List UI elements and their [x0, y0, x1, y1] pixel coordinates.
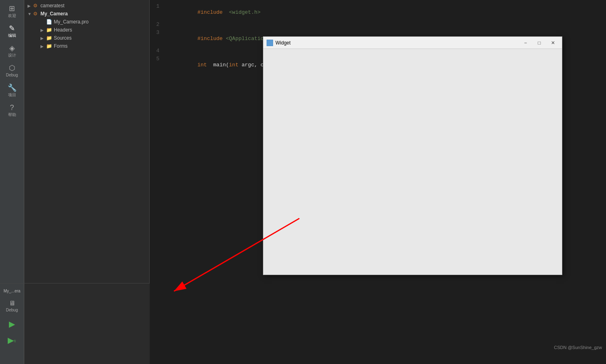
- sidebar-item-design[interactable]: ◈ 设计: [0, 41, 24, 61]
- sidebar-item-welcome[interactable]: ⊞ 欢迎: [0, 2, 24, 21]
- sidebar-label-help: 帮助: [8, 112, 16, 117]
- main-layout: ⊞ 欢迎 ✎ 编辑 ◈ 设计 ⬡ Debug 🔧 项目: [0, 0, 606, 364]
- headers-icon: 📁: [46, 27, 52, 33]
- tree-top-section: ⊞ 欢迎 ✎ 编辑 ◈ 设计 ⬡ Debug 🔧 项目: [0, 0, 150, 283]
- widget-titlebar: Widget − □ ✕: [263, 37, 562, 49]
- tree-item-cameratest[interactable]: ▶ ⚙ cameratest: [24, 2, 149, 10]
- debug-icon: ⬡: [9, 64, 15, 72]
- cameratest-label: cameratest: [40, 3, 64, 8]
- run-debug-sub: ╗: [14, 339, 16, 342]
- run-button[interactable]: ▶: [5, 317, 19, 331]
- minimize-button[interactable]: −: [520, 39, 531, 47]
- help-icon: ?: [10, 104, 14, 111]
- file-tree-panel: ▶ ⚙ cameratest ▼ ⚙ My_Camera 📄 My_: [24, 0, 150, 283]
- chevron-forms: ▶: [40, 44, 44, 49]
- line-num-5: 5: [150, 56, 166, 62]
- forms-label: Forms: [54, 43, 68, 49]
- tree-item-headers[interactable]: ▶ 📁 Headers: [24, 26, 149, 34]
- left-panel: ⊞ 欢迎 ✎ 编辑 ◈ 设计 ⬡ Debug 🔧 项目: [0, 0, 150, 364]
- tree-item-sources[interactable]: ▶ 📁 Sources: [24, 34, 149, 42]
- widget-title: Widget: [275, 40, 517, 46]
- chevron-mycamera: ▼: [28, 12, 32, 16]
- widget-window[interactable]: Widget − □ ✕: [263, 36, 562, 275]
- project-icon: 🔧: [8, 84, 17, 91]
- sources-icon: 📁: [46, 35, 52, 41]
- line-content-3: #include <QApplication>: [166, 30, 270, 48]
- close-button[interactable]: ✕: [547, 39, 559, 47]
- code-line-2: 2: [150, 21, 606, 30]
- maximize-button[interactable]: □: [534, 39, 545, 47]
- pro-label: My_Camera.pro: [54, 19, 89, 25]
- sidebar-label-design: 设计: [8, 53, 16, 58]
- project-name-label: My_...era: [3, 287, 21, 295]
- sidebar-label-debug: Debug: [6, 73, 18, 78]
- chevron-cameratest: ▶: [28, 4, 32, 8]
- run-debug-button[interactable]: ▶ ╗: [5, 333, 19, 347]
- line-num-4: 4: [150, 48, 166, 54]
- sidebar-label-project: 项目: [8, 93, 16, 97]
- icon-sidebar: ⊞ 欢迎 ✎ 编辑 ◈ 设计 ⬡ Debug 🔧 项目: [0, 0, 24, 283]
- headers-label: Headers: [54, 27, 72, 33]
- tree-item-mycamera[interactable]: ▼ ⚙ My_Camera: [24, 10, 149, 18]
- sidebar-label-edit: 编辑: [8, 33, 16, 38]
- sidebar-item-project[interactable]: 🔧 项目: [0, 81, 24, 101]
- mycamera-label: My_Camera: [40, 11, 68, 17]
- pro-icon: 📄: [46, 19, 52, 25]
- chevron-headers: ▶: [40, 28, 44, 32]
- line-num-2: 2: [150, 21, 166, 28]
- forms-icon: 📁: [46, 43, 52, 49]
- welcome-icon: ⊞: [9, 5, 15, 12]
- sidebar-label-welcome: 欢迎: [8, 13, 16, 18]
- bottom-icon-sidebar: My_...era 🖥 Debug ▶ ▶ ╗: [0, 284, 24, 364]
- bottom-left-section: My_...era 🖥 Debug ▶ ▶ ╗: [0, 283, 150, 364]
- line-num-3: 3: [150, 30, 166, 36]
- widget-body: [263, 49, 562, 275]
- chevron-sources: ▶: [40, 36, 44, 40]
- bottom-debug-icon: 🖥: [9, 300, 15, 307]
- sidebar-item-edit[interactable]: ✎ 编辑: [0, 21, 24, 41]
- line-content-1: #include <widget.h>: [166, 3, 261, 21]
- editor-area: 1 #include <widget.h> 2 3 #include <QApp…: [150, 0, 606, 364]
- bottom-file-tree: [24, 284, 150, 364]
- sidebar-item-help[interactable]: ? 帮助: [0, 101, 24, 121]
- tree-item-mycamera-pro[interactable]: 📄 My_Camera.pro: [24, 18, 149, 26]
- design-icon: ◈: [9, 44, 15, 52]
- widget-app-icon: [267, 40, 273, 46]
- bottom-debug-label: Debug: [6, 308, 18, 313]
- project-name-text: My_...era: [4, 289, 21, 293]
- code-line-1: 1 #include <widget.h>: [150, 3, 606, 21]
- line-num-1: 1: [150, 3, 166, 9]
- file-tree-content: ▶ ⚙ cameratest ▼ ⚙ My_Camera 📄 My_: [24, 0, 149, 283]
- run-icon: ▶: [9, 319, 15, 329]
- sidebar-item-debug[interactable]: ⬡ Debug: [0, 61, 24, 81]
- edit-icon: ✎: [9, 25, 15, 32]
- bottom-debug-item[interactable]: 🖥 Debug: [0, 297, 24, 316]
- mycamera-icon: ⚙: [33, 11, 39, 17]
- cameratest-icon: ⚙: [33, 3, 39, 8]
- run-debug-icon: ▶: [8, 335, 14, 345]
- watermark: CSDN @SunShine_gzw: [554, 345, 602, 350]
- tree-item-forms[interactable]: ▶ 📁 Forms: [24, 42, 149, 50]
- sources-label: Sources: [54, 35, 72, 41]
